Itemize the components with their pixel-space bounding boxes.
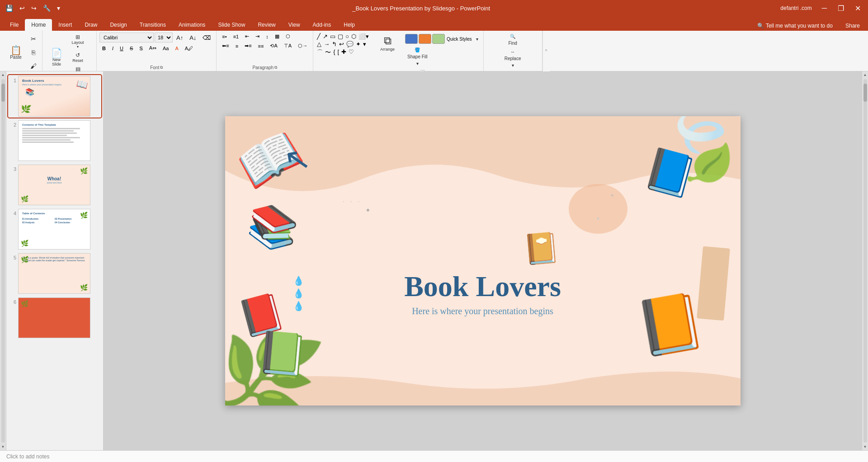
star-shape[interactable]: ✦ — [355, 40, 362, 48]
slide-item-4[interactable]: 4 Table of Contents 01 Introduction 02 P… — [8, 208, 101, 250]
font-color-button[interactable]: A — [172, 45, 181, 52]
style-swatch-1[interactable] — [405, 34, 418, 44]
text-highlight-button[interactable]: A🖊 — [182, 45, 196, 52]
u-arrow[interactable]: ↩ — [338, 40, 345, 48]
align-left-button[interactable]: ⬅≡ — [219, 42, 231, 50]
scroll-up-arrow[interactable]: ▲ — [1, 71, 5, 78]
line-spacing-button[interactable]: ↕ — [263, 33, 271, 40]
arrow-shape[interactable]: ↗ — [322, 33, 329, 40]
minimize-button[interactable]: ─ — [818, 3, 830, 13]
bold-button[interactable]: B — [99, 45, 108, 52]
slide-item-3[interactable]: 3 Whoa! some text here 🌿 🌿 — [8, 164, 101, 206]
arrange-button[interactable]: ⧉ Arrange — [377, 33, 398, 53]
slide-item-1[interactable]: 1 Book Lovers Here is where your present… — [8, 75, 101, 118]
round-rect-shape[interactable]: ▢ — [337, 33, 344, 40]
right-scroll-down[interactable]: ▼ — [863, 443, 867, 450]
restore-button[interactable]: ❐ — [834, 3, 848, 14]
oval-shape[interactable]: ○ — [344, 33, 350, 40]
callout-shape[interactable]: 💬 — [345, 40, 354, 48]
brace-shape[interactable]: { — [332, 48, 336, 57]
line-shape[interactable]: ╱ — [316, 33, 321, 40]
format-painter-button[interactable]: 🖌 — [28, 60, 39, 72]
slide-item-5[interactable]: 5 "This is a quote. Words full of wisdom… — [8, 252, 101, 295]
font-size-select[interactable]: 18 — [155, 33, 173, 42]
more-shapes[interactable]: ⬜▾ — [358, 33, 370, 40]
underline-button[interactable]: U — [117, 45, 126, 52]
triangle-shape[interactable]: △ — [316, 40, 322, 48]
search-bar[interactable]: 🔍 Tell me what you want to do — [753, 21, 837, 31]
tab-insert[interactable]: Insert — [52, 19, 78, 31]
wave-shape[interactable]: 〜 — [324, 48, 332, 57]
scroll-thumb[interactable] — [1, 84, 5, 102]
tab-design[interactable]: Design — [104, 19, 133, 31]
right-scrollbar[interactable]: ▲ ▼ — [862, 71, 868, 450]
increase-indent-button[interactable]: ⇥ — [253, 33, 262, 40]
decrease-indent-button[interactable]: ⇤ — [242, 33, 252, 40]
tab-view[interactable]: View — [282, 19, 307, 31]
slide-item-2[interactable]: 2 Contents of This Template — [8, 119, 101, 162]
hexagon-shape[interactable]: ⬡ — [350, 33, 357, 40]
reset-button[interactable]: ↺ Reset — [69, 51, 87, 64]
bracket-shape[interactable]: [ — [336, 48, 340, 57]
notes-bar[interactable]: Click to add notes — [0, 450, 868, 462]
align-text-button[interactable]: ⊤A — [281, 42, 294, 50]
clear-format-button[interactable]: ⌫ — [200, 33, 213, 42]
change-case-button[interactable]: Aa — [160, 45, 171, 52]
ribbon-collapse-button[interactable]: ^ — [542, 31, 550, 71]
columns-button[interactable]: ▦ — [272, 33, 282, 40]
tab-slideshow[interactable]: Slide Show — [212, 19, 251, 31]
curved-arrow[interactable]: ↰ — [331, 40, 338, 48]
slide-item-6[interactable]: 6 🌿 — [8, 297, 101, 339]
right-scroll-thumb[interactable] — [863, 84, 867, 102]
slide-panel-scrollbar[interactable]: ▲ ▼ — [0, 71, 6, 450]
italic-button[interactable]: I — [109, 45, 116, 52]
smartart-button[interactable]: ⬡ — [283, 33, 293, 40]
font-expand-icon[interactable]: ⧉ — [160, 65, 163, 70]
align-right-button[interactable]: ➡≡ — [242, 42, 254, 50]
tab-animations[interactable]: Animations — [172, 19, 212, 31]
share-button[interactable]: Share — [841, 21, 864, 31]
font-family-select[interactable]: Calibri — [99, 33, 154, 42]
numbering-button[interactable]: ≡1 — [231, 33, 242, 40]
text-direction-button[interactable]: ⟲A — [267, 42, 280, 50]
cut-button[interactable]: ✂ — [28, 33, 39, 45]
shapes-dropdown[interactable]: ▾ — [362, 40, 367, 48]
layout-button[interactable]: ⊞ Layout ▾ — [69, 33, 87, 50]
decrease-font-button[interactable]: A↓ — [187, 33, 199, 42]
customize-button[interactable]: 🔧 — [41, 4, 52, 13]
canvas-area[interactable]: 🍃 🌿 📖 📚 ↖ 📕 📗 💧💧💧 📔 📘 📙 — [104, 71, 862, 450]
plus-shape[interactable]: ✚ — [340, 48, 347, 57]
style-swatch-3[interactable] — [432, 34, 445, 44]
save-button[interactable]: 💾 — [4, 4, 15, 13]
tab-file[interactable]: File — [4, 19, 25, 31]
replace-button[interactable]: ↔ Replace ▾ — [486, 48, 539, 69]
tab-transitions[interactable]: Transitions — [133, 19, 172, 31]
find-button[interactable]: 🔍 Find — [486, 33, 539, 47]
tab-addins[interactable]: Add-ins — [307, 19, 338, 31]
paste-button[interactable]: 📋 Paste — [5, 39, 27, 66]
tab-home[interactable]: Home — [25, 19, 52, 31]
strikethrough-button[interactable]: S — [127, 45, 136, 52]
more-button[interactable]: ▾ — [55, 4, 62, 13]
redo-button[interactable]: ↪ — [29, 4, 38, 13]
slide-title[interactable]: Book Lovers — [404, 270, 561, 303]
rect-shape[interactable]: ▭ — [329, 33, 336, 40]
heart-shape[interactable]: ♡ — [348, 48, 355, 57]
spacing-button[interactable]: A⇔ — [146, 44, 159, 52]
slide-subtitle[interactable]: Here is where your presentation begins — [412, 306, 553, 316]
align-center-button[interactable]: ≡ — [233, 42, 241, 50]
scroll-down-arrow[interactable]: ▼ — [1, 443, 5, 450]
bullets-button[interactable]: ≡• — [219, 33, 229, 40]
new-slide-button[interactable]: 📄 NewSlide — [45, 44, 68, 71]
tab-help[interactable]: Help — [337, 19, 361, 31]
arc-shape[interactable]: ⌒ — [316, 48, 324, 57]
quick-styles-dropdown[interactable]: ▾ — [474, 33, 481, 45]
tab-review[interactable]: Review — [251, 19, 282, 31]
text-shadow-button[interactable]: S — [137, 45, 145, 52]
convert-smartart-button[interactable]: ⬡→ — [295, 42, 310, 50]
style-swatch-2[interactable] — [419, 34, 431, 44]
increase-font-button[interactable]: A↑ — [174, 33, 186, 42]
right-arrow-shape[interactable]: → — [323, 40, 330, 48]
copy-button[interactable]: ⎘ — [28, 46, 39, 59]
justify-button[interactable]: ≡≡ — [255, 42, 267, 50]
